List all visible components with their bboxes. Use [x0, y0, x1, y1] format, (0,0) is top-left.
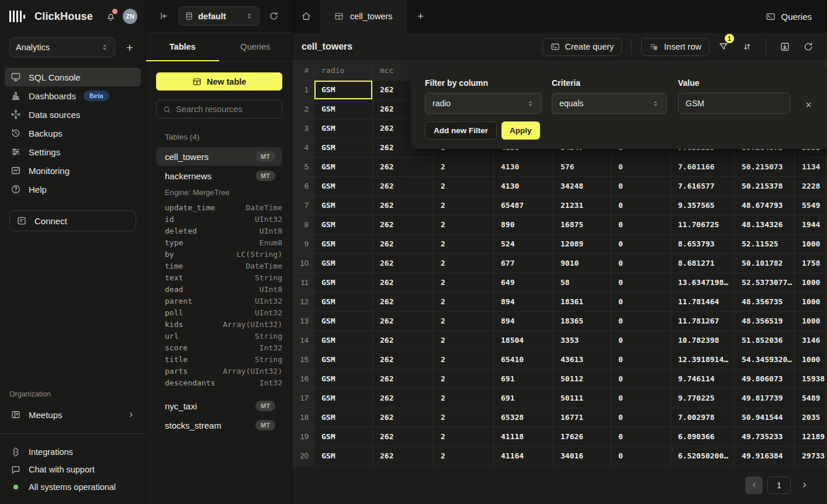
remove-filter-button[interactable]: [804, 98, 813, 111]
grid-cell[interactable]: 1944: [795, 215, 827, 235]
grid-cell[interactable]: 262: [373, 293, 434, 312]
grid-cell[interactable]: 1000: [795, 235, 827, 254]
grid-cell[interactable]: 50.215073: [735, 158, 795, 177]
grid-cell[interactable]: 1000: [795, 312, 827, 331]
notifications-button[interactable]: [105, 10, 117, 23]
grid-cell[interactable]: 34016: [553, 447, 611, 466]
row-number[interactable]: 15: [292, 350, 314, 370]
table-item-cell_towers[interactable]: cell_towersMT: [156, 147, 282, 166]
grid-cell[interactable]: 1758: [795, 254, 827, 273]
grid-cell[interactable]: 1000: [795, 350, 827, 370]
row-number[interactable]: 2: [292, 100, 314, 119]
home-tab[interactable]: [292, 0, 320, 33]
grid-cell[interactable]: 4130: [494, 158, 553, 177]
grid-cell[interactable]: 1000: [795, 293, 827, 312]
tab-cell-towers[interactable]: cell_towers: [320, 0, 407, 33]
grid-cell[interactable]: 576: [553, 158, 611, 177]
row-number[interactable]: 19: [292, 427, 314, 447]
grid-cell[interactable]: 48.356519: [735, 312, 795, 331]
grid-cell[interactable]: 894: [494, 312, 553, 331]
grid-cell[interactable]: 3353: [553, 331, 611, 350]
new-table-button[interactable]: New table: [156, 72, 282, 91]
grid-cell[interactable]: 18361: [553, 293, 611, 312]
grid-cell[interactable]: 10.782398: [671, 331, 735, 350]
row-number[interactable]: 11: [292, 273, 314, 293]
grid-cell[interactable]: 677: [494, 254, 553, 273]
grid-cell[interactable]: GSM: [314, 215, 373, 235]
grid-cell[interactable]: 29733: [795, 447, 827, 466]
grid-cell[interactable]: 11.781267: [671, 312, 735, 331]
grid-cell[interactable]: 524: [494, 235, 553, 254]
insert-row-button[interactable]: Insert row: [641, 38, 710, 56]
grid-cell[interactable]: GSM: [314, 331, 373, 350]
grid-cell[interactable]: 58: [553, 273, 611, 293]
grid-cell[interactable]: 6.52050200…: [671, 447, 735, 466]
grid-cell[interactable]: 13.6347198…: [671, 273, 735, 293]
grid-cell[interactable]: 0: [611, 447, 671, 466]
grid-cell[interactable]: GSM: [314, 100, 373, 119]
sidebar-item-integrations[interactable]: Integrations: [5, 443, 141, 461]
grid-cell[interactable]: 262: [373, 215, 434, 235]
grid-cell[interactable]: 12189: [795, 427, 827, 447]
grid-cell[interactable]: 2: [434, 350, 494, 370]
column-header[interactable]: #: [292, 61, 314, 81]
grid-cell[interactable]: 65410: [494, 350, 553, 370]
search-box[interactable]: [156, 100, 282, 119]
grid-cell[interactable]: 0: [611, 427, 671, 447]
queries-button[interactable]: Queries: [766, 0, 812, 33]
table-item-nyc_taxi[interactable]: nyc_taxiMT: [156, 397, 282, 415]
filter-criteria-select[interactable]: equals: [552, 93, 667, 114]
grid-cell[interactable]: 43613: [553, 350, 611, 370]
grid-cell[interactable]: 2035: [795, 408, 827, 427]
table-item-hackernews[interactable]: hackernewsMT: [156, 166, 282, 185]
grid-cell[interactable]: 9.770225: [671, 389, 735, 408]
grid-cell[interactable]: 2: [434, 273, 494, 293]
sidebar-item-monitoring[interactable]: Monitoring: [5, 161, 141, 180]
grid-cell[interactable]: 7.002978: [671, 408, 735, 427]
grid-cell[interactable]: 18504: [494, 331, 553, 350]
grid-cell[interactable]: 2: [434, 235, 494, 254]
row-number[interactable]: 16: [292, 370, 314, 389]
grid-cell[interactable]: 894: [494, 293, 553, 312]
grid-cell[interactable]: 16771: [553, 408, 611, 427]
grid-cell[interactable]: GSM: [314, 81, 373, 100]
grid-cell[interactable]: GSM: [314, 158, 373, 177]
sidebar-item-chat[interactable]: Chat with support: [5, 461, 141, 478]
grid-cell[interactable]: GSM: [314, 196, 373, 215]
tab-queries[interactable]: Queries: [219, 33, 292, 61]
grid-cell[interactable]: GSM: [314, 235, 373, 254]
add-new-filter-button[interactable]: Add new Filter: [425, 121, 497, 140]
grid-cell[interactable]: 18365: [553, 312, 611, 331]
grid-cell[interactable]: 50112: [553, 370, 611, 389]
grid-cell[interactable]: 0: [611, 235, 671, 254]
grid-cell[interactable]: GSM: [314, 138, 373, 158]
grid-cell[interactable]: 0: [611, 408, 671, 427]
grid-cell[interactable]: 2: [434, 158, 494, 177]
connect-button[interactable]: Connect: [9, 210, 136, 231]
sidebar-item-dashboards[interactable]: DashboardsBeta: [5, 86, 141, 105]
grid-cell[interactable]: 48.356735: [735, 293, 795, 312]
grid-cell[interactable]: 0: [611, 196, 671, 215]
avatar[interactable]: ZN: [123, 9, 137, 24]
grid-cell[interactable]: GSM: [314, 119, 373, 138]
grid-cell[interactable]: 262: [373, 408, 434, 427]
grid-cell[interactable]: 50.215378: [735, 177, 795, 196]
search-input[interactable]: [176, 105, 276, 114]
row-number[interactable]: 6: [292, 177, 314, 196]
row-number[interactable]: 10: [292, 254, 314, 273]
grid-cell[interactable]: 0: [611, 254, 671, 273]
grid-cell[interactable]: 2: [434, 215, 494, 235]
grid-cell[interactable]: 0: [611, 331, 671, 350]
apply-filter-button[interactable]: Apply: [501, 121, 540, 140]
grid-cell[interactable]: 2: [434, 312, 494, 331]
row-number[interactable]: 18: [292, 408, 314, 427]
sidebar-item-meetups[interactable]: Meetups: [5, 405, 141, 424]
next-page-button[interactable]: [795, 477, 813, 494]
grid-cell[interactable]: 12.3918914…: [671, 350, 735, 370]
grid-cell[interactable]: 262: [373, 254, 434, 273]
refresh-button[interactable]: [799, 37, 818, 56]
grid-cell[interactable]: 691: [494, 389, 553, 408]
grid-cell[interactable]: 890: [494, 215, 553, 235]
grid-cell[interactable]: 52.5373077…: [735, 273, 795, 293]
grid-cell[interactable]: 11.706725: [671, 215, 735, 235]
